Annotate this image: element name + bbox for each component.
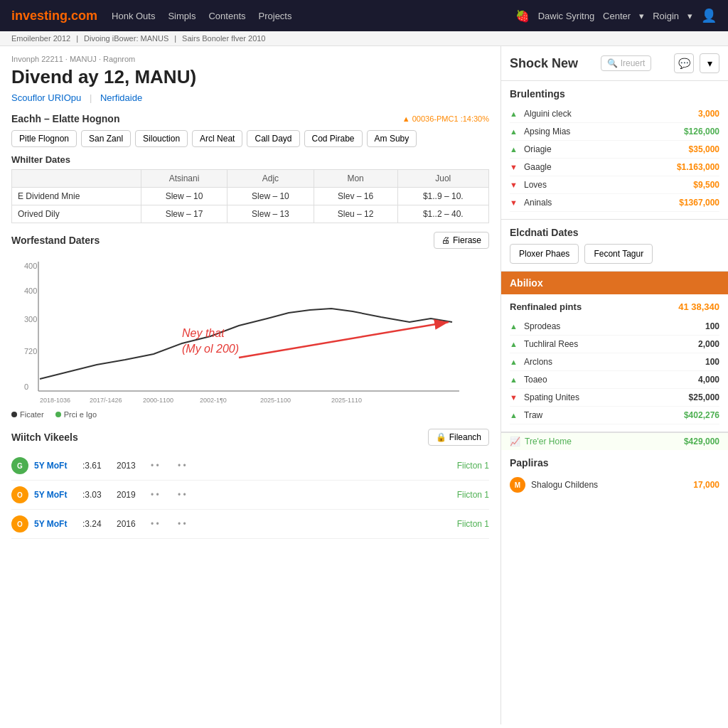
papliras-name-0[interactable]: Shalogu Childens [531,480,693,490]
watch-btn-label: Fileanch [449,432,481,442]
renf-header: Renfinaled pints 41 38,340 [510,301,719,312]
renfinaled-section: Renfinaled pints 41 38,340 ▲ Sprodeas 10… [501,294,728,432]
elcdnati-title: Elcdnati Dates [510,227,719,238]
elcdnati-buttons: Ploxer Phaes Fecont Tagur [510,244,719,264]
strawberry-icon: 🍓 [515,9,530,23]
renf-name-4[interactable]: Spating Unites [524,392,689,402]
si-item-2: ▲ Oriagie $35,000 [510,141,719,159]
watch-year-2: 2016 [117,519,145,529]
login-label[interactable]: Roigin [653,11,679,21]
chart-header: Worfestand Daters 🖨 Fierase [11,232,489,249]
watch-link-0[interactable]: Fiicton 1 [457,461,489,471]
nav-links: Honk Outs Simpls Contents Projects [112,11,291,21]
watch-dots-extra-1[interactable]: • • [178,490,199,500]
watch-dots-extra-0[interactable]: • • [178,461,199,471]
renf-item-1: ▲ Tuchliral Rees 2,000 [510,336,719,353]
chevron-down-icon-2[interactable]: ▾ [687,11,692,21]
filter-btn-6[interactable]: Am Suby [367,130,417,147]
renf-name-3[interactable]: Toaeo [524,375,698,385]
renf-name-1[interactable]: Tuchliral Rees [524,339,698,349]
left-content: Invonph 22211 · MANUJ · Ragnrom Divend a… [0,46,500,724]
filter-btn-0[interactable]: Pitle Flognon [11,130,77,147]
watch-dots-2[interactable]: • • [151,519,172,529]
section-header: Eachh – Elatte Hognon ▲ 00036-PMC1 :14:3… [11,113,489,124]
user-profile-icon[interactable]: 👤 [701,8,717,23]
logo[interactable]: investing.com [11,9,97,23]
chevron-down-btn[interactable]: ▾ [700,53,719,73]
watch-name-1[interactable]: 5Y MoFt [34,490,77,500]
renf-name-5[interactable]: Traw [524,410,684,420]
trerr-name[interactable]: Tre'er Home [525,437,684,446]
nav-simpls[interactable]: Simpls [168,11,196,21]
legend-item-2: Prci e Igo [55,410,97,419]
renf-name-0[interactable]: Sprodeas [524,321,705,331]
svg-text:300: 300 [24,315,37,323]
si-val-5: $1367,000 [679,198,719,208]
table-row: Orived Dily Slew – 17 Slew – 13 Sleu – 1… [12,205,489,223]
nav-contents[interactable]: Contents [208,11,245,21]
elcdnati-btn-1[interactable]: Fecont Tagur [584,244,653,264]
subtitle-left[interactable]: Scouflor URIOpu [11,92,81,103]
watch-dot-1: O [11,486,28,503]
watch-dot-0: G [11,457,28,474]
th-col-3: Mon [314,170,397,188]
fileanch-button[interactable]: 🔒 Fileanch [428,429,489,446]
chart-section: Worfestand Daters 🖨 Fierase 400 400 300 … [11,232,489,419]
filter-btn-4[interactable]: Call Dayd [247,130,299,147]
svg-line-15 [239,322,449,358]
watch-dots-extra-2[interactable]: • • [178,519,199,529]
watch-val-2: :3.24 [82,519,111,529]
filter-btn-1[interactable]: San Zanl [81,130,131,147]
renf-item-3: ▲ Toaeo 4,000 [510,371,719,389]
watch-link-1[interactable]: Fiicton 1 [457,490,489,500]
chevron-down-icon[interactable]: ▾ [639,11,644,21]
renf-val-0: 100 [705,321,719,331]
td-0-0: E Dividend Mnie [12,188,141,205]
sidebar-search-box[interactable]: 🔍 Ireuert [601,55,652,71]
filter-btn-2[interactable]: Silouction [135,130,188,147]
si-item-3: ▼ Gaagle $1.163,000 [510,159,719,176]
renf-arrow-3: ▲ [510,375,520,384]
chart-svg: 400 400 300 720 0 2018-1036 2017/-1426 2… [11,255,466,404]
nav-right: 🍓 Dawic Syritng Center ▾ Roigin ▾ 👤 [515,8,717,23]
si-val-2: $35,000 [689,144,719,154]
filter-buttons: Pitle Flognon San Zanl Silouction Arcl N… [11,130,489,147]
bc-item-3: Sairs Bonoler flver 2010 [182,34,265,43]
chart-fierase-button[interactable]: 🖨 Fierase [434,232,489,249]
si-name-0[interactable]: Alguini cleck [524,109,698,119]
watch-val-1: :3.03 [82,490,111,500]
watch-name-0[interactable]: 5Y MoFt [34,461,77,471]
th-col-2: Adjc [228,170,314,188]
bc-item-2: Divoing iBower: MANUS [84,34,168,43]
si-name-5[interactable]: Aninals [524,198,679,208]
arrow-up-icon-0: ▲ [510,109,520,118]
sidebar-main-title: Shock New [510,56,578,71]
watch-section: Wiitch Vikeels 🔒 Fileanch G 5Y MoFt :3.6… [11,429,489,539]
search-placeholder-text: Ireuert [621,58,646,68]
watch-name-2[interactable]: 5Y MoFt [34,519,77,529]
watch-dots-1[interactable]: • • [151,490,172,500]
brulentings-section: Brulentings ▲ Alguini cleck 3,000 ▲ Apsi… [501,81,728,220]
arrow-down-icon-3: ▼ [510,163,520,171]
nav-projects[interactable]: Projects [259,11,292,21]
subtitle-right[interactable]: Nerfidaide [100,92,142,103]
elcdnati-btn-0[interactable]: Ploxer Phaes [510,244,579,264]
watch-link-2[interactable]: Fiicton 1 [457,519,489,529]
si-val-0: 3,000 [698,109,719,119]
filter-btn-5[interactable]: Cod Pirabe [304,130,363,147]
filter-btn-3[interactable]: Arcl Neat [192,130,242,147]
center-label[interactable]: Center [603,11,631,21]
si-name-2[interactable]: Oriagie [524,144,689,154]
renf-name-2[interactable]: Arclons [524,357,705,367]
si-name-4[interactable]: Loves [524,180,693,190]
watch-year-0: 2013 [117,461,145,471]
watch-dots-0[interactable]: • • [151,461,172,471]
renf-arrow-0: ▲ [510,322,520,331]
chat-icon-button[interactable]: 💬 [674,53,694,73]
si-name-1[interactable]: Apsing Mias [524,127,684,136]
si-val-4: $9,500 [693,180,719,190]
papliras-val-0: 17,000 [693,480,719,490]
si-name-3[interactable]: Gaagle [524,162,677,172]
nav-honk-outs[interactable]: Honk Outs [112,11,155,21]
th-col-1: Atsinani [141,170,227,188]
